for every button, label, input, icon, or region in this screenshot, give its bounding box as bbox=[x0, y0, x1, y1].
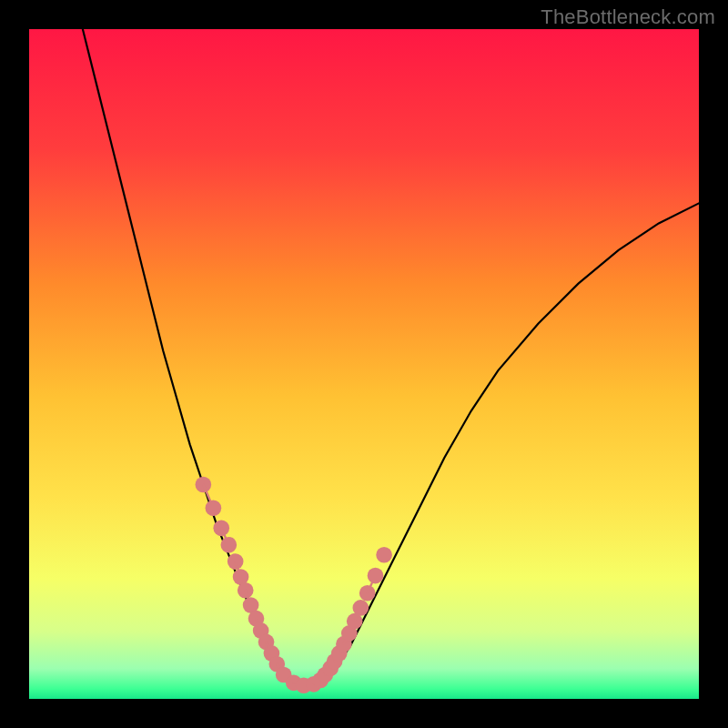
chart-frame: TheBottleneck.com bbox=[0, 0, 728, 728]
bottleneck-curve bbox=[83, 29, 699, 685]
marker-dot bbox=[376, 547, 392, 563]
marker-dot bbox=[352, 600, 369, 616]
marker-dot bbox=[220, 537, 237, 553]
marker-group bbox=[196, 477, 392, 693]
plot-area bbox=[29, 29, 699, 699]
watermark-text: TheBottleneck.com bbox=[541, 5, 715, 29]
marker-dot bbox=[206, 500, 222, 516]
curve-layer bbox=[29, 29, 699, 699]
marker-dot bbox=[368, 568, 384, 584]
